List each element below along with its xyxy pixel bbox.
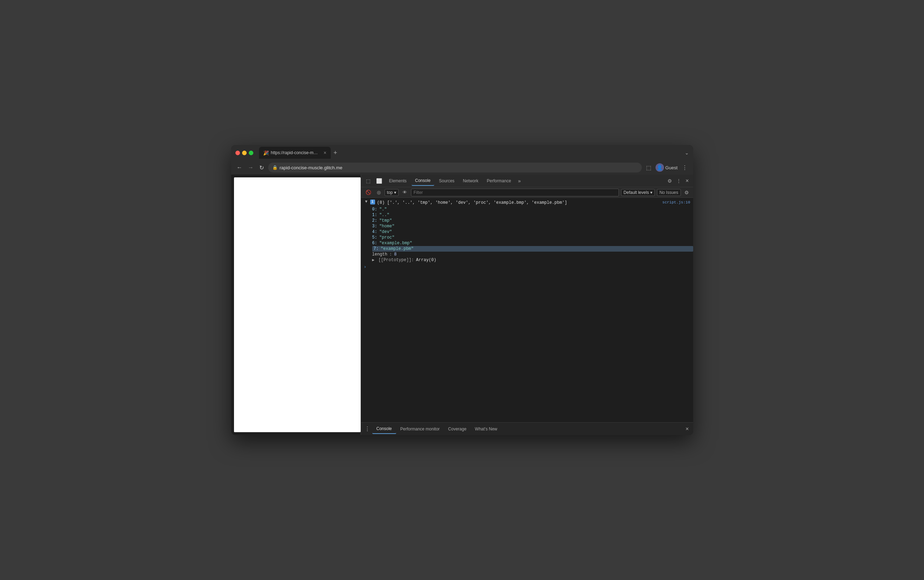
expand-arrow-icon[interactable]: ▶ — [363, 201, 369, 205]
drawer-dots-button[interactable]: ⋮ — [362, 425, 372, 432]
avatar-icon: 👤 — [657, 165, 663, 170]
context-value: top — [387, 190, 393, 195]
browser-window: 🎉 https://rapid-concise-muscle.g... × + … — [231, 145, 693, 435]
devtools-toggle-button[interactable]: ⬚ — [644, 163, 653, 173]
title-bar-right: ⌄ — [685, 150, 689, 156]
forward-button[interactable]: → — [247, 163, 255, 172]
nav-right-controls: ⬚ 👤 Guest ⋮ — [644, 163, 689, 173]
page-content — [234, 177, 361, 432]
array-items-container: 0: "." 1: ".." 2: "tmp" 3: "home" — [361, 207, 693, 263]
array-item-5: 5: "proc" — [372, 235, 693, 241]
levels-label: Default levels — [623, 190, 649, 195]
tab-title: https://rapid-concise-muscle.g... — [271, 150, 320, 155]
item-value: "dev" — [379, 229, 392, 234]
item-value: "example.bmp" — [379, 241, 413, 246]
profile-name: Guest — [665, 165, 678, 170]
console-levels-selector[interactable]: Default levels ▾ — [621, 189, 655, 196]
levels-arrow-icon: ▾ — [650, 190, 653, 195]
new-tab-button[interactable]: + — [331, 149, 340, 157]
item-value: ".." — [379, 213, 390, 218]
browser-menu-button[interactable]: ⋮ — [681, 163, 689, 173]
drawer-tab-performance-monitor[interactable]: Performance monitor — [396, 424, 444, 433]
nav-bar: ← → ↻ 🔒 rapid-concise-muscle.glitch.me ⬚… — [231, 160, 693, 175]
item-value: "proc" — [379, 235, 395, 240]
array-item-0: 0: "." — [372, 207, 693, 212]
devtools-toolbar: ⬚ ⬜ Elements Console Sources Network Per… — [361, 175, 693, 187]
profile-area[interactable]: 👤 Guest — [656, 163, 678, 172]
item-key: 5: — [372, 235, 377, 240]
inspect-element-button[interactable]: ⬚ — [364, 177, 373, 185]
length-colon: : — [390, 252, 392, 257]
console-log-entry: ▶ i (8) ['.', '..', 'tmp', 'home', 'dev'… — [361, 199, 693, 207]
console-issues-badge: No Issues — [657, 189, 681, 196]
context-arrow-icon: ▾ — [394, 190, 396, 195]
tab-sources[interactable]: Sources — [436, 176, 458, 186]
main-content: ⬚ ⬜ Elements Console Sources Network Per… — [231, 175, 693, 435]
devtools-panel: ⬚ ⬜ Elements Console Sources Network Per… — [361, 175, 693, 435]
title-bar: 🎉 https://rapid-concise-muscle.g... × + … — [231, 145, 693, 160]
console-filter-toggle[interactable]: ◎ — [375, 189, 383, 196]
console-output: ▶ i (8) ['.', '..', 'tmp', 'home', 'dev'… — [361, 198, 693, 422]
drawer-close-button[interactable]: × — [682, 424, 691, 433]
prompt-arrow-icon: › — [364, 264, 367, 270]
prototype-expand-icon[interactable]: ▶ — [372, 258, 377, 262]
url-text: rapid-concise-muscle.glitch.me — [280, 165, 342, 170]
prototype-text: [[Prototype]]: — [378, 258, 414, 262]
console-clear-button[interactable]: 🚫 — [364, 189, 373, 196]
length-label: length — [372, 252, 387, 257]
tab-area: 🎉 https://rapid-concise-muscle.g... × + — [259, 147, 682, 159]
source-link[interactable]: script.js:10 — [662, 199, 690, 206]
length-value: 8 — [394, 252, 396, 257]
maximize-traffic-light[interactable] — [249, 151, 253, 155]
console-settings-button[interactable]: ⚙ — [683, 188, 691, 197]
prototype-value: Array(0) — [416, 258, 436, 262]
device-toolbar-button[interactable]: ⬜ — [374, 177, 384, 185]
console-filter-input[interactable] — [411, 189, 619, 196]
tab-favicon-icon: 🎉 — [263, 150, 269, 156]
array-preview-text: (8) ['.', '..', 'tmp', 'home', 'dev', 'p… — [377, 199, 567, 206]
devtools-more-options-button[interactable]: ⋮ — [675, 177, 682, 185]
address-bar[interactable]: 🔒 rapid-concise-muscle.glitch.me — [268, 163, 642, 173]
devtools-drawer: ⋮ Console Performance monitor Coverage W… — [361, 422, 693, 435]
tab-close-button[interactable]: × — [324, 150, 327, 156]
array-item-4: 4: "dev" — [372, 229, 693, 235]
console-prompt-line[interactable]: › — [361, 263, 693, 271]
console-context-selector[interactable]: top ▾ — [385, 189, 399, 196]
item-value: "example.pbm" — [381, 246, 414, 251]
back-button[interactable]: ← — [235, 163, 244, 172]
lock-icon: 🔒 — [272, 165, 278, 170]
item-key: 1: — [372, 213, 377, 218]
tab-performance[interactable]: Performance — [483, 176, 515, 186]
drawer-tab-whats-new[interactable]: What's New — [471, 424, 502, 433]
drawer-tab-console[interactable]: Console — [372, 424, 396, 434]
item-key: 2: — [372, 218, 377, 223]
tab-elements[interactable]: Elements — [386, 176, 410, 186]
drawer-tab-coverage[interactable]: Coverage — [444, 424, 471, 433]
traffic-lights — [235, 151, 253, 155]
item-key: 0: — [372, 207, 377, 212]
console-eye-button[interactable]: 👁 — [401, 189, 409, 196]
minimize-traffic-light[interactable] — [242, 151, 247, 155]
item-key: 4: — [372, 229, 377, 234]
item-value: "home" — [379, 224, 395, 229]
tab-network[interactable]: Network — [460, 176, 482, 186]
item-key: 6: — [372, 241, 377, 246]
array-item-1: 1: ".." — [372, 212, 693, 218]
item-key: 3: — [372, 224, 377, 229]
array-length-property: length : 8 — [372, 252, 693, 257]
array-item-6: 6: "example.bmp" — [372, 241, 693, 246]
item-value: "tmp" — [379, 218, 392, 223]
chevron-down-icon: ⌄ — [685, 150, 689, 156]
active-tab[interactable]: 🎉 https://rapid-concise-muscle.g... × — [259, 147, 331, 159]
array-prototype-property: ▶ [[Prototype]]: Array(0) — [372, 257, 693, 263]
array-item-3: 3: "home" — [372, 224, 693, 229]
more-tabs-button[interactable]: » — [516, 177, 523, 185]
avatar: 👤 — [656, 163, 664, 172]
tab-console[interactable]: Console — [412, 176, 434, 186]
devtools-settings-button[interactable]: ⚙ — [666, 177, 674, 185]
item-key: 7: — [374, 246, 378, 251]
close-traffic-light[interactable] — [235, 151, 240, 155]
reload-button[interactable]: ↻ — [258, 163, 265, 173]
array-item-7: 7: "example.pbm" — [372, 246, 693, 252]
devtools-close-button[interactable]: × — [684, 176, 690, 186]
